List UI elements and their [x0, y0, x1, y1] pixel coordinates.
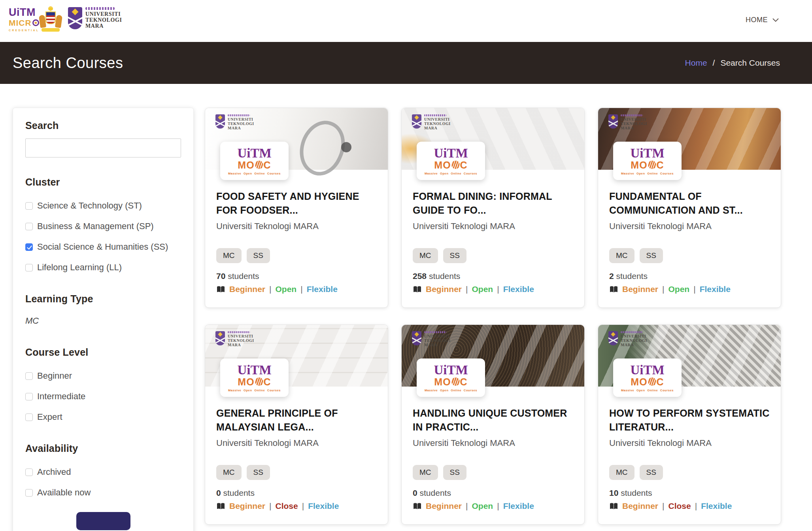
stethoscope-chestpiece-decoration — [341, 142, 351, 152]
course-status-label: Open — [472, 501, 493, 511]
uitm-shield-icon — [608, 331, 618, 345]
course-image: UNIVERSITI TEKNOLOGI MARA UiTM MO C Mass… — [402, 325, 584, 387]
availability-option-archived[interactable]: Archived — [25, 467, 181, 477]
course-status-label: Open — [472, 284, 493, 294]
course-badges: MC SS — [609, 248, 770, 263]
course-badges: MC SS — [609, 465, 770, 480]
uitm-shield-icon — [608, 114, 618, 129]
course-title[interactable]: HANDLING UNIQUE CUSTOMER IN PRACTIC... — [413, 406, 573, 434]
uitm-mooc-logo: UiTM MO C Massive Open Online Courses — [613, 358, 682, 397]
checkbox[interactable] — [25, 489, 33, 497]
mooc-logo-uitm: UiTM — [434, 364, 468, 377]
course-schedule-label: Flexible — [503, 284, 534, 294]
course-meta: Beginner | Open | Flexible — [413, 284, 573, 294]
checkbox[interactable] — [25, 372, 33, 380]
filter-sidebar: Search Cluster Science & Technology (ST)… — [13, 108, 194, 531]
badge-ss: SS — [640, 465, 663, 480]
mooc-logo-tagline: Massive Open Online Courses — [621, 389, 674, 392]
course-image: UNIVERSITI TEKNOLOGI MARA UiTM MO C Mass… — [402, 108, 584, 170]
course-card[interactable]: UNIVERSITI TEKNOLOGI MARA UiTM MO C Mass… — [401, 108, 585, 308]
course-level-label: Beginner — [622, 284, 658, 294]
mooc-logo-uitm: UiTM — [237, 364, 271, 377]
mooc-logo-uitm: UiTM — [630, 147, 664, 160]
nav-home-dropdown[interactable]: HOME — [746, 16, 779, 24]
top-header: UiTM MICR CREDENTIAL UNIVERSITI TEKNOLOG… — [0, 0, 812, 42]
uitm-mooc-logo: UiTM MO C Massive Open Online Courses — [417, 358, 485, 397]
course-institution: Universiti Teknologi MARA — [413, 438, 573, 448]
level-option-beginner[interactable]: Beginner — [25, 371, 181, 381]
uitm-shield-icon — [412, 331, 421, 345]
course-card[interactable]: UNIVERSITI TEKNOLOGI MARA UiTM MO C Mass… — [205, 108, 388, 308]
course-badges: MC SS — [216, 248, 377, 263]
level-option-intermediate[interactable]: Intermediate — [25, 391, 181, 402]
course-title[interactable]: FOOD SAFETY AND HYGIENE FOR FOODSER... — [216, 190, 377, 217]
jawi-script-line — [228, 331, 250, 333]
uitm-mooc-logo: UiTM MO C Massive Open Online Courses — [220, 142, 289, 180]
course-card[interactable]: UNIVERSITI TEKNOLOGI MARA UiTM MO C Mass… — [598, 108, 781, 308]
course-title[interactable]: FUNDAMENTAL OF COMMUNICATION AND ST... — [609, 190, 770, 217]
learning-type-heading: Learning Type — [25, 293, 181, 305]
course-card[interactable]: UNIVERSITI TEKNOLOGI MARA UiTM MO C Mass… — [598, 324, 781, 525]
students-count: 70 students — [216, 271, 377, 281]
book-icon — [413, 503, 422, 510]
checkbox[interactable] — [25, 264, 33, 271]
course-level-label: Beginner — [426, 501, 462, 511]
mooc-swirl-o-icon — [451, 161, 460, 169]
mooc-swirl-o-icon — [255, 377, 263, 386]
learning-type-value: MC — [25, 316, 181, 326]
course-meta: Beginner | Open | Flexible — [609, 284, 770, 294]
students-count: 258 students — [413, 271, 573, 281]
course-title[interactable]: FORMAL DINING: INFORMAL GUIDE TO FO... — [413, 190, 573, 217]
cluster-option-st[interactable]: Science & Technology (ST) — [25, 201, 181, 211]
search-input[interactable] — [25, 138, 181, 157]
cluster-option-ll[interactable]: Lifelong Learning (LL) — [25, 262, 181, 273]
level-option-expert[interactable]: Expert — [25, 412, 181, 422]
jawi-script-line — [424, 331, 446, 333]
course-title[interactable]: GENERAL PRINCIPLE OF MALAYSIAN LEGA... — [216, 406, 377, 434]
course-image: UNIVERSITI TEKNOLOGI MARA UiTM MO C Mass… — [598, 325, 781, 387]
cluster-option-ss[interactable]: Social Science & Humanities (SS) — [25, 242, 181, 252]
course-schedule-label: Flexible — [701, 501, 732, 511]
mooc-swirl-o-icon — [255, 161, 263, 169]
checkbox[interactable] — [25, 413, 33, 421]
uitm-watermark-text: UNIVERSITI TEKNOLOGI MARA — [621, 331, 647, 347]
cluster-option-sp[interactable]: Business & Management (SP) — [25, 221, 181, 231]
uitm-university-logo: UNIVERSITI TEKNOLOGI MARA — [68, 7, 122, 29]
course-card[interactable]: UNIVERSITI TEKNOLOGI MARA UiTM MO C Mass… — [205, 324, 388, 525]
badge-ss: SS — [247, 465, 270, 480]
course-level-heading: Course Level — [25, 347, 181, 358]
checkbox[interactable] — [25, 243, 33, 251]
course-image: UNIVERSITI TEKNOLOGI MARA UiTM MO C Mass… — [205, 108, 388, 170]
mooc-logo-tagline: Massive Open Online Courses — [621, 172, 674, 175]
breadcrumb-home-link[interactable]: Home — [685, 58, 707, 68]
search-heading: Search — [25, 120, 181, 131]
course-card[interactable]: UNIVERSITI TEKNOLOGI MARA UiTM MO C Mass… — [401, 324, 585, 525]
book-icon — [216, 286, 225, 293]
course-schedule-label: Flexible — [307, 284, 338, 294]
checkbox[interactable] — [25, 223, 33, 230]
sidebar-submit-button[interactable] — [76, 512, 130, 530]
uitm-mooc-logo: UiTM MO C Massive Open Online Courses — [220, 358, 289, 397]
mooc-logo-uitm: UiTM — [630, 364, 664, 377]
course-status-label: Open — [668, 284, 689, 294]
uitm-watermark-text: UNIVERSITI TEKNOLOGI MARA — [621, 114, 647, 130]
badge-mc: MC — [216, 248, 242, 263]
students-count: 2 students — [609, 271, 770, 281]
jawi-script-line — [228, 114, 250, 116]
course-schedule-label: Flexible — [503, 501, 534, 511]
jawi-script-line — [621, 331, 643, 333]
badge-mc: MC — [413, 465, 438, 480]
course-card-body: FUNDAMENTAL OF COMMUNICATION AND ST... U… — [598, 190, 781, 294]
uitm-shield-icon — [215, 114, 225, 129]
badge-mc: MC — [413, 248, 438, 263]
checkbox[interactable] — [25, 468, 33, 476]
checkbox[interactable] — [25, 393, 33, 400]
availability-option-available-now[interactable]: Available now — [25, 487, 181, 498]
page-title: Search Courses — [13, 55, 123, 72]
book-icon — [413, 286, 422, 293]
mooc-swirl-o-icon — [648, 377, 656, 386]
mooc-logo-tagline: Massive Open Online Courses — [425, 389, 477, 392]
checkbox[interactable] — [25, 202, 33, 210]
jawi-script-line — [85, 7, 115, 10]
course-title[interactable]: HOW TO PERFORM SYSTEMATIC LITERATUR... — [609, 406, 770, 434]
